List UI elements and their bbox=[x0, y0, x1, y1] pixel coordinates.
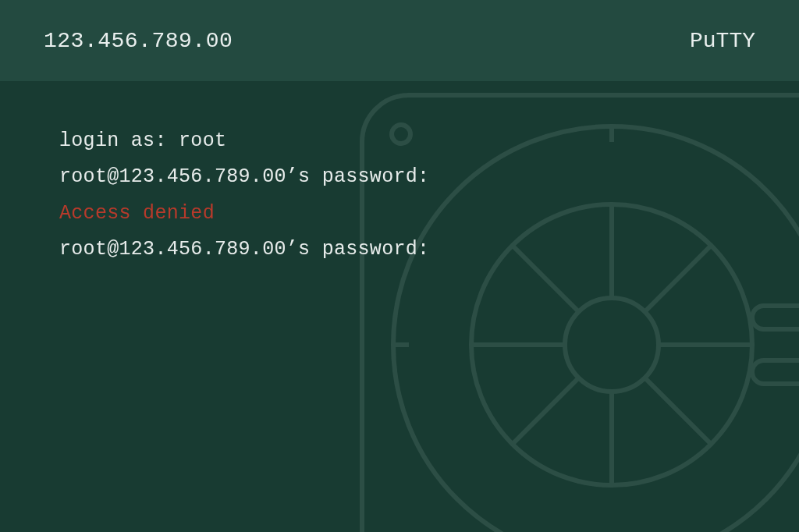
svg-line-10 bbox=[512, 378, 579, 445]
terminal-line: root@123.456.789.00’s password: bbox=[59, 232, 740, 268]
terminal-output[interactable]: login as: root root@123.456.789.00’s pas… bbox=[0, 81, 799, 268]
app-name: PuTTY bbox=[690, 29, 755, 53]
terminal-line: login as: root bbox=[59, 123, 740, 159]
terminal-error-line: Access denied bbox=[59, 196, 740, 232]
svg-rect-12 bbox=[752, 306, 799, 329]
svg-rect-13 bbox=[752, 360, 799, 384]
svg-point-3 bbox=[565, 298, 659, 392]
window-host-address: 123.456.789.00 bbox=[44, 29, 233, 53]
terminal-line: root@123.456.789.00’s password: bbox=[59, 159, 740, 195]
svg-line-9 bbox=[645, 378, 712, 445]
titlebar: 123.456.789.00 PuTTY bbox=[0, 0, 799, 81]
